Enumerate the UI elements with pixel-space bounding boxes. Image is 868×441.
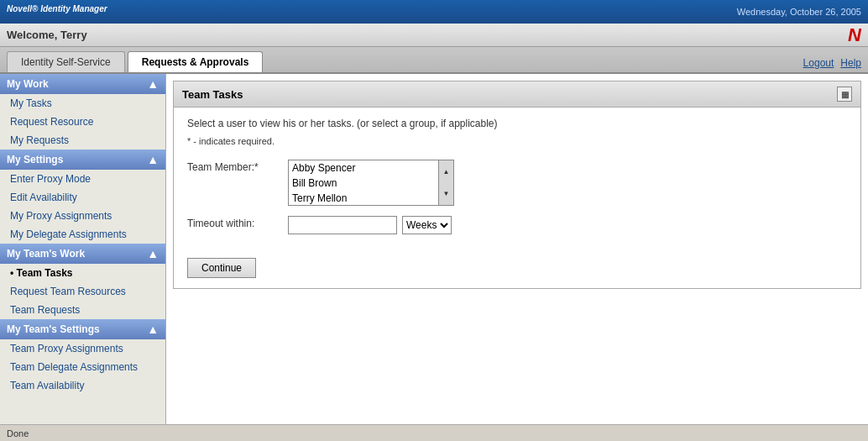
sidebar-section-my-work-label: My Work — [7, 78, 49, 90]
team-tasks-body: Select a user to view his or her tasks. … — [174, 108, 860, 288]
help-button[interactable]: Help — [840, 57, 861, 69]
header-date: Wednesday, October 26, 2005 — [737, 7, 861, 17]
team-tasks-header: Team Tasks ▦ — [174, 81, 860, 108]
team-tasks-panel: Team Tasks ▦ Select a user to view his o… — [173, 81, 861, 289]
collapse-my-teams-work-icon[interactable]: ▲ — [147, 247, 159, 260]
collapse-my-work-icon[interactable]: ▲ — [147, 77, 159, 91]
sidebar-item-my-delegate-assignments[interactable]: My Delegate Assignments — [0, 225, 165, 244]
timeout-unit-select[interactable]: Weeks Days Hours — [402, 216, 452, 234]
sidebar-section-my-work[interactable]: My Work ▲ — [0, 74, 165, 94]
app-title: Novell® Identity Manager — [7, 4, 107, 13]
sidebar-item-team-delegate-assignments[interactable]: Team Delegate Assignments — [0, 358, 165, 376]
sidebar-section-my-teams-settings[interactable]: My Team's Settings ▲ — [0, 319, 165, 339]
status-text: Done — [7, 428, 29, 438]
team-member-option-terry[interactable]: Terry Mellon — [289, 191, 438, 206]
team-member-select-wrapper: Abby Spencer Bill Brown Terry Mellon ▲ ▼ — [288, 160, 847, 206]
sidebar-item-request-resource[interactable]: Request Resource — [0, 113, 165, 131]
select-scroll-buttons: ▲ ▼ — [439, 160, 454, 206]
team-member-select-list[interactable]: Abby Spencer Bill Brown Terry Mellon — [288, 160, 439, 206]
timeout-label: Timeout within: — [187, 216, 288, 229]
sidebar: My Work ▲ My Tasks Request Resource My R… — [0, 74, 166, 424]
timeout-input[interactable] — [288, 216, 397, 234]
main-layout: My Work ▲ My Tasks Request Resource My R… — [0, 74, 868, 424]
sidebar-item-my-requests[interactable]: My Requests — [0, 131, 165, 150]
timeout-control: Weeks Days Hours — [288, 216, 847, 234]
team-member-option-abby[interactable]: Abby Spencer — [289, 160, 438, 176]
team-member-option-bill[interactable]: Bill Brown — [289, 176, 438, 191]
tab-bar: Identity Self-Service Requests & Approva… — [0, 47, 868, 74]
timeout-input-row: Weeks Days Hours — [288, 216, 847, 234]
sidebar-section-my-settings[interactable]: My Settings ▲ — [0, 150, 165, 170]
novell-logo-icon: N — [848, 24, 861, 46]
select-scroll-down-icon[interactable]: ▼ — [439, 183, 453, 206]
sidebar-section-my-teams-work[interactable]: My Team's Work ▲ — [0, 244, 165, 264]
timeout-row: Timeout within: Weeks Days Hours — [187, 216, 847, 234]
team-tasks-title: Team Tasks — [182, 88, 243, 101]
continue-button[interactable]: Continue — [187, 258, 256, 278]
tab-actions: Logout Help — [803, 57, 861, 72]
collapse-my-settings-icon[interactable]: ▲ — [147, 153, 159, 166]
sidebar-section-my-teams-settings-label: My Team's Settings — [7, 323, 100, 335]
sidebar-item-team-tasks[interactable]: Team Tasks — [0, 264, 165, 282]
sidebar-item-my-tasks[interactable]: My Tasks — [0, 94, 165, 113]
welcome-text: Welcome, Terry — [7, 29, 87, 41]
sidebar-item-enter-proxy-mode[interactable]: Enter Proxy Mode — [0, 170, 165, 188]
select-scroll-up-icon[interactable]: ▲ — [439, 160, 453, 183]
collapse-my-teams-settings-icon[interactable]: ▲ — [147, 323, 159, 336]
status-bar: Done — [0, 424, 868, 441]
logout-button[interactable]: Logout — [803, 57, 834, 69]
tab-requests-approvals[interactable]: Requests & Approvals — [128, 51, 264, 72]
sidebar-section-my-teams-work-label: My Team's Work — [7, 248, 85, 260]
instructions-text: Select a user to view his or her tasks. … — [187, 118, 847, 129]
sidebar-item-team-requests[interactable]: Team Requests — [0, 301, 165, 319]
team-member-control: Abby Spencer Bill Brown Terry Mellon ▲ ▼ — [288, 160, 847, 206]
content-area: Team Tasks ▦ Select a user to view his o… — [166, 74, 868, 424]
welcome-bar: Welcome, Terry N — [0, 24, 868, 47]
sidebar-item-edit-availability[interactable]: Edit Availability — [0, 188, 165, 207]
tab-identity-self-service[interactable]: Identity Self-Service — [7, 51, 125, 72]
team-tasks-expand-icon[interactable]: ▦ — [837, 87, 852, 102]
app-header: Novell® Identity Manager Wednesday, Octo… — [0, 0, 868, 24]
app-logo: Novell® Identity Manager — [7, 4, 737, 19]
sidebar-item-team-availability[interactable]: Team Availability — [0, 376, 165, 395]
sidebar-item-my-proxy-assignments[interactable]: My Proxy Assignments — [0, 207, 165, 225]
sidebar-item-request-team-resources[interactable]: Request Team Resources — [0, 282, 165, 301]
required-note: * - indicates required. — [187, 136, 847, 146]
sidebar-item-team-proxy-assignments[interactable]: Team Proxy Assignments — [0, 339, 165, 358]
team-member-label: Team Member:* — [187, 160, 288, 173]
team-member-row: Team Member:* Abby Spencer Bill Brown Te… — [187, 160, 847, 206]
sidebar-section-my-settings-label: My Settings — [7, 154, 63, 165]
